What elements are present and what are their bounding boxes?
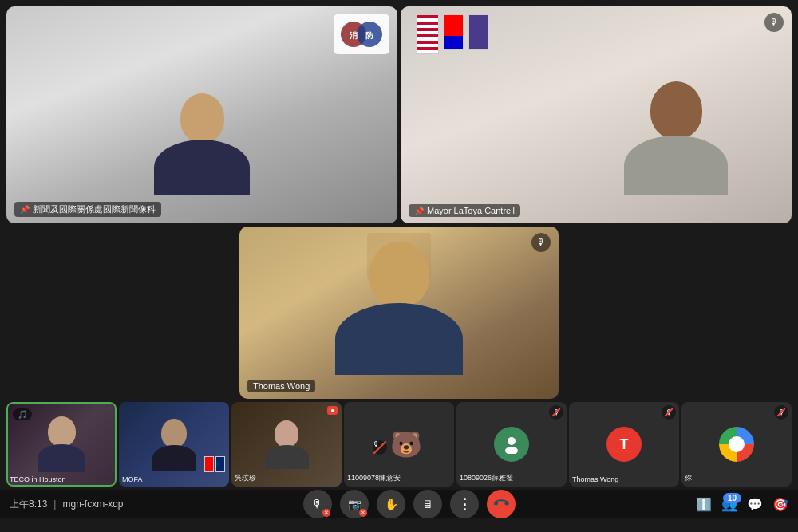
top-row: 消 防 📌 新聞及國際關係處國際新聞像科 [0,0,798,223]
more-options-button[interactable]: ⋮ [450,490,479,518]
tile-label-top-left: 📌 新聞及國際關係處國際新聞像科 [14,202,161,217]
thumb-mic-chen: 🎙 [373,440,387,455]
flag-purple [468,14,488,50]
thumb-label-you: 你 [685,473,788,483]
thumb-mofa[interactable]: MOFA [119,402,229,487]
mic-button[interactable]: 🎙 ✕ [303,490,332,518]
present-icon: 🖥 [422,498,433,510]
meeting-code: mgn-fcxm-xqp [62,499,123,510]
status-bar: 上午8:13 | mgn-fcxm-xqp 🎙 ✕ 📷 ✕ ✋ 🖥 [0,490,798,518]
raise-hand-button[interactable]: ✋ [377,490,405,518]
avatar-xue [494,427,529,462]
camera-button[interactable]: 📷 ✕ [340,490,369,518]
thumb-label-teco: TECO in Houston [10,475,113,483]
status-right: ℹ️ 👥 10 💬 🎯 [696,497,788,512]
end-call-icon: 📞 [492,495,511,513]
svg-point-5 [505,447,518,454]
thumb-label-chen: 11009078陳意安 [347,473,451,483]
controls-center: 🎙 ✕ 📷 ✕ ✋ 🖥 ⋮ 📞 [303,490,516,518]
tile-label-top-right: 📌 Mayor LaToya Cantrell [409,204,520,217]
main-area: 消 防 📌 新聞及國際關係處國際新聞像科 [0,0,798,532]
status-left: 上午8:13 | mgn-fcxm-xqp [10,498,124,511]
info-icon: ℹ️ [696,498,712,511]
office-logo: 消 防 [334,14,389,54]
thumb-mic-you: 🎙 [774,405,788,420]
flags-area [417,14,488,199]
flag-tw [444,14,464,50]
svg-point-4 [508,437,516,445]
mic-muted-center: 🎙 [531,233,551,252]
svg-text:消: 消 [350,31,358,40]
thumb-label-mofa: MOFA [122,475,226,483]
thumb-wuyujhen[interactable]: ● 吳玟珍 [231,402,342,487]
thumb-teco[interactable]: 🎵 TECO in Houston [6,402,117,487]
chat-icon: 💬 [747,498,763,511]
info-button[interactable]: ℹ️ [696,497,712,512]
activities-icon: 🎯 [772,498,788,511]
thumb-mic-thomas: 🎙 [662,405,676,420]
mic-icon: 🎙 [312,498,323,510]
thumb-label-wu: 吳玟珍 [235,473,338,483]
time-display: 上午8:13 [10,498,47,511]
participants-badge: 10 [723,493,741,503]
thumb-xue[interactable]: 🎙 10809026薛雅翟 [456,402,567,487]
thumb-label-xue: 10809026薛雅翟 [460,473,563,483]
activities-button[interactable]: 🎯 [772,497,788,512]
tile-top-left: 消 防 📌 新聞及國際關係處國際新聞像科 [6,6,397,223]
avatar-chen: 🐻 [390,429,422,459]
tile-label-center: Thomas Wong [247,380,315,392]
raise-hand-icon: ✋ [385,498,398,510]
pin-icon-2: 📌 [414,207,424,215]
mic-muted-top-right: 🎙 [764,13,784,32]
thumb-you[interactable]: 🎙 你 [681,402,792,487]
chat-button[interactable]: 💬 [747,497,763,512]
thumb-chen[interactable]: 🎙 🐻 11009078陳意安 [344,402,454,487]
avatar-thomas: T [606,427,642,462]
camera-icon: 📷 [348,498,361,510]
pin-icon: 📌 [20,205,30,214]
present-button[interactable]: 🖥 [413,490,442,518]
thumb-label-thomas: Thomas Wong [572,475,676,483]
tile-top-right: 🎙 📌 Mayor LaToya Cantrell [401,6,792,223]
thumb-mic-xue: 🎙 [549,405,563,420]
end-call-button[interactable]: 📞 [487,490,516,518]
center-row: 🎙 Thomas Wong [0,223,798,399]
more-icon: ⋮ [457,495,472,513]
people-button[interactable]: 👥 10 [721,497,737,512]
tile-center: 🎙 Thomas Wong [239,227,559,399]
flag-us [417,14,439,54]
svg-text:防: 防 [365,31,374,40]
avatar-you [719,427,754,462]
thumb-thomas[interactable]: 🎙 T Thomas Wong [569,402,679,487]
bottom-row: 🎵 TECO in Houston MOFA [0,399,798,487]
